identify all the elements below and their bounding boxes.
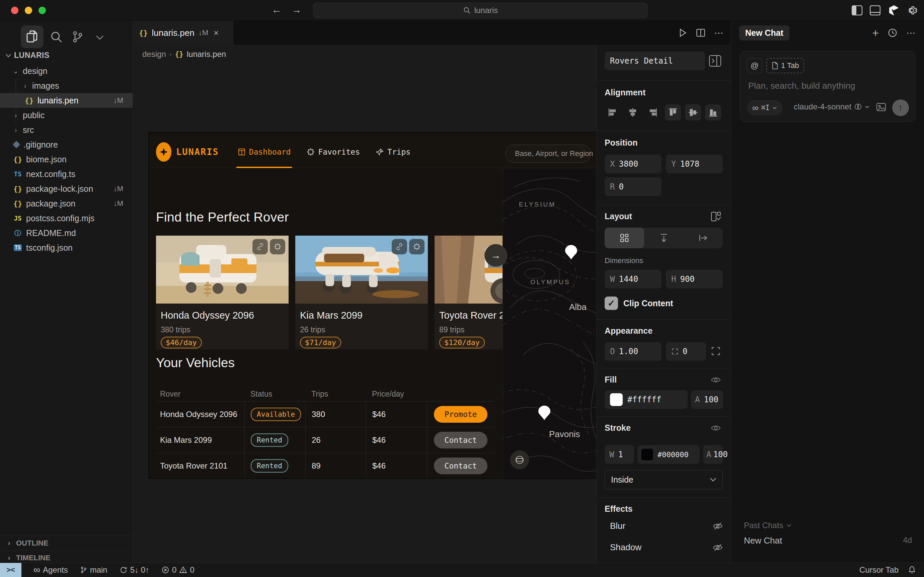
design-brand[interactable]: LUNARIS — [176, 147, 219, 157]
tree-item-biome-json[interactable]: {}biome.json — [0, 152, 132, 167]
clip-content-checkbox[interactable]: ✓ — [605, 297, 618, 310]
toggle-bottom-panel-icon[interactable] — [869, 4, 881, 16]
position-y-input[interactable]: Y1078 — [666, 155, 723, 173]
map-globe-button[interactable] — [510, 450, 529, 469]
explorer-files-icon[interactable] — [21, 26, 44, 48]
mention-at-button[interactable]: @ — [747, 58, 762, 73]
chat-input-card[interactable]: @ 1 Tab Plan, search, build anything ∞ ⌘… — [740, 51, 915, 122]
rover-card[interactable]: Honda Odyssey 2096 380 trips $46/day — [156, 235, 289, 350]
tree-item-images[interactable]: ›images — [0, 78, 132, 93]
rotation-input[interactable]: R0 — [605, 177, 661, 196]
design-tab-favorites[interactable]: Favorites — [306, 136, 360, 168]
map-panel[interactable]: ELYSIUM OLYMPUS Alba Pavonis — [503, 168, 596, 478]
tree-item-readme[interactable]: ⓘREADME.md — [0, 226, 132, 240]
run-play-icon[interactable] — [678, 28, 687, 37]
fill-visibility-eye-icon[interactable] — [711, 376, 721, 384]
favorite-star-icon[interactable] — [409, 239, 424, 255]
tree-item-tsconfig[interactable]: TStsconfig.json — [0, 240, 132, 255]
design-tab-trips[interactable]: Trips — [376, 136, 410, 168]
agents-status-item[interactable]: ∞ Agents — [34, 565, 68, 575]
sync-status-item[interactable]: 5↓ 0↑ — [119, 565, 149, 575]
remote-indicator[interactable]: >< — [0, 563, 21, 577]
eye-off-icon[interactable] — [713, 543, 723, 551]
new-chat-plus-icon[interactable]: + — [872, 26, 879, 39]
forward-arrow-icon[interactable]: → — [290, 4, 303, 15]
map-pin-icon[interactable] — [538, 405, 551, 421]
contact-button[interactable]: Contact — [434, 458, 487, 474]
carousel-next-button[interactable]: → — [484, 244, 507, 267]
fill-color-swatch[interactable] — [610, 393, 623, 406]
position-x-input[interactable]: X3800 — [605, 155, 661, 173]
toggle-left-panel-icon[interactable] — [851, 4, 863, 16]
chat-title-tab[interactable]: New Chat — [739, 26, 789, 40]
favorite-star-icon[interactable] — [270, 239, 285, 255]
design-canvas-frame[interactable]: LUNARIS Dashboard Favorites Trips Base, … — [149, 132, 596, 478]
stroke-align-select[interactable]: Inside — [605, 470, 723, 489]
more-actions-icon[interactable]: ⋯ — [714, 27, 724, 39]
split-editor-icon[interactable] — [696, 28, 705, 37]
layout-horizontal-option[interactable] — [683, 227, 723, 248]
git-branch-item[interactable]: main — [80, 565, 108, 575]
tab-lunaris-pen[interactable]: {} lunaris.pen ↓M × — [133, 21, 233, 45]
align-right-icon[interactable] — [645, 105, 661, 121]
share-link-icon[interactable] — [252, 239, 268, 255]
corner-radius-input[interactable]: 0 — [666, 342, 706, 361]
past-chats-header[interactable]: Past Chats — [744, 521, 792, 530]
search-panel-icon[interactable] — [49, 29, 64, 44]
maximize-window-button[interactable] — [39, 7, 46, 14]
stroke-visibility-eye-icon[interactable] — [711, 424, 721, 432]
stroke-color-input[interactable]: #000000 — [637, 445, 700, 464]
outline-section[interactable]: ›OUTLINE — [0, 535, 132, 550]
back-arrow-icon[interactable]: ← — [270, 4, 283, 15]
align-middle-vertical-icon[interactable] — [685, 105, 701, 121]
eye-off-icon[interactable] — [713, 522, 723, 530]
close-window-button[interactable] — [11, 7, 18, 14]
stroke-width-input[interactable]: W1 — [605, 445, 634, 464]
rover-card[interactable]: Kia Mars 2099 26 trips $71/day — [295, 235, 428, 350]
layout-grid-option[interactable] — [605, 227, 644, 248]
tree-item-public[interactable]: ›public — [0, 108, 132, 122]
auto-layout-icon[interactable] — [710, 211, 721, 222]
design-tab-dashboard[interactable]: Dashboard — [238, 136, 291, 168]
settings-gear-icon[interactable] — [906, 4, 918, 16]
stroke-alpha-input[interactable]: A100 — [703, 445, 723, 464]
contact-button[interactable]: Contact — [434, 432, 487, 448]
independent-corners-icon[interactable] — [711, 346, 721, 356]
panel-chevron-down-icon[interactable] — [93, 31, 106, 44]
source-control-icon[interactable] — [70, 29, 85, 44]
context-tab-chip[interactable]: 1 Tab — [766, 58, 804, 73]
problems-status-item[interactable]: 0 0 — [161, 565, 195, 575]
align-center-horizontal-icon[interactable] — [625, 105, 641, 121]
minimize-window-button[interactable] — [25, 7, 32, 14]
share-link-icon[interactable] — [392, 239, 407, 255]
layout-vertical-option[interactable] — [644, 227, 684, 248]
attach-image-icon[interactable] — [876, 103, 886, 111]
opacity-input[interactable]: O1.00 — [605, 342, 661, 361]
agent-mode-pill[interactable]: ∞ ⌘I — [747, 100, 782, 116]
cursor-tab-toggle[interactable]: Cursor Tab — [859, 565, 898, 575]
extension-cube-icon[interactable] — [888, 4, 900, 16]
layer-name-input[interactable]: Rovers Detail — [605, 52, 705, 70]
tree-item-next-config[interactable]: TSnext.config.ts — [0, 167, 132, 181]
tree-item-lunaris-pen[interactable]: {}lunaris.pen↓M — [0, 93, 132, 108]
align-left-icon[interactable] — [605, 105, 621, 121]
tree-item-package-lock[interactable]: {}package-lock.json↓M — [0, 181, 132, 196]
model-selector[interactable]: claude-4-sonnet — [794, 102, 869, 111]
chat-more-icon[interactable]: ⋯ — [906, 27, 916, 39]
chat-history-icon[interactable] — [887, 28, 898, 38]
align-top-icon[interactable] — [665, 105, 681, 121]
breadcrumb[interactable]: design › {} lunaris.pen — [133, 45, 596, 64]
tree-item-design[interactable]: ⌄design — [0, 64, 132, 78]
promote-button[interactable]: Promote — [434, 406, 487, 423]
collapse-panel-icon[interactable] — [709, 55, 721, 67]
tree-item-src[interactable]: ›src — [0, 122, 132, 137]
design-search-input[interactable]: Base, Airport, or Region — [505, 145, 591, 163]
fill-color-input[interactable]: #ffffff — [605, 390, 688, 409]
width-input[interactable]: W1440 — [605, 270, 661, 288]
height-input[interactable]: H900 — [666, 270, 723, 288]
tree-item-postcss-config[interactable]: JSpostcss.config.mjs — [0, 211, 132, 226]
send-button[interactable]: ↑ — [892, 99, 909, 116]
stroke-color-swatch[interactable] — [641, 448, 653, 461]
tree-item-gitignore[interactable]: .gitignore — [0, 137, 132, 152]
notifications-bell-icon[interactable] — [908, 566, 916, 574]
